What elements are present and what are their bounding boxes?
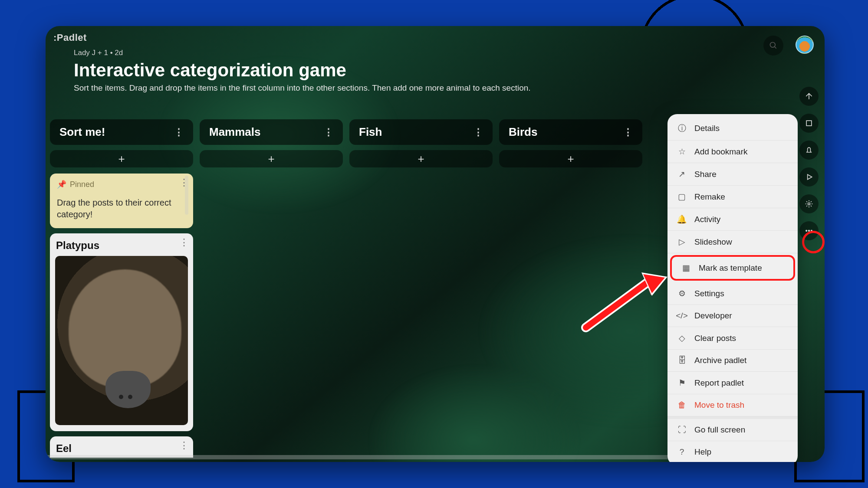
menu-label: Activity [694,215,720,224]
add-post-button[interactable]: + [50,150,193,167]
share-icon: ↗ [677,169,687,179]
more-icon [805,226,813,235]
column-header[interactable]: Fish ⋮ [349,119,493,145]
archive-icon: 🗄 [677,356,687,365]
padlet-app-window: :Padlet Lady J + 1 • 2d Interactive cate… [46,26,825,462]
star-icon: ☆ [677,147,687,157]
menu-label: Details [694,124,720,133]
bell-icon: 🔔 [677,214,687,224]
svg-point-0 [770,43,776,48]
page-title: Interactive categorization game [74,60,531,81]
column-mammals: Mammals ⋮ + [200,119,343,458]
menu-item-details[interactable]: ⓘ Details [667,117,798,141]
help-icon: ? [677,447,687,457]
menu-label: Add bookmark [694,147,748,157]
menu-item-bookmark[interactable]: ☆ Add bookmark [667,141,798,163]
gear-icon: ⚙ [677,288,687,298]
menu-label: Go full screen [694,425,745,435]
plus-icon: + [567,152,574,166]
menu-item-help[interactable]: ? Help [667,441,798,462]
column-title: Fish [359,125,382,139]
pinned-card[interactable]: ⋮ 📌 Pinned Drag the posts to their corre… [50,174,193,228]
rail-share-button[interactable] [799,87,819,106]
pinned-label: Pinned [70,180,94,189]
menu-label: Archive padlet [694,356,746,365]
column-scrollbar[interactable] [185,176,188,215]
menu-label: Mark as template [699,263,762,273]
menu-label: Report padlet [694,378,744,388]
svg-point-3 [808,203,810,205]
menu-label: Move to trash [694,400,744,410]
menu-label: Share [694,170,717,179]
card-title: Platypus [56,239,187,252]
info-icon: ⓘ [677,123,687,134]
avatar[interactable] [796,36,814,54]
eraser-icon: ◇ [677,333,687,343]
menu-item-archive[interactable]: 🗄 Archive padlet [667,350,798,372]
more-menu: ⓘ Details ☆ Add bookmark ↗ Share ▢ Remak… [667,114,798,462]
post-card-platypus[interactable]: ⋮ Platypus [50,233,193,431]
menu-item-report[interactable]: ⚑ Report padlet [667,372,798,394]
play-icon: ▷ [677,237,687,247]
rail-more-button[interactable] [799,221,819,240]
crop-icon: ▢ [677,192,687,202]
column-header[interactable]: Birds ⋮ [499,119,642,145]
add-post-button[interactable]: + [499,150,642,167]
column-title: Sort me! [59,125,105,139]
svg-line-1 [775,47,776,49]
gear-icon [805,200,813,208]
svg-point-4 [806,230,807,232]
search-button[interactable] [763,36,783,56]
menu-item-developer[interactable]: </> Developer [667,305,798,327]
menu-item-share[interactable]: ↗ Share [667,163,798,186]
pin-icon: 📌 [57,180,66,189]
padlet-logo[interactable]: :Padlet [53,32,87,43]
menu-item-fullscreen[interactable]: ⛶ Go full screen [667,416,798,441]
board-description: Sort the items. Drag and drop the items … [74,83,531,93]
rail-settings-button[interactable] [799,194,819,213]
flag-icon: ⚑ [677,378,687,388]
horizontal-scrollbar[interactable] [46,455,677,459]
plus-icon: + [268,152,274,166]
column-title: Mammals [209,125,261,139]
menu-item-slideshow[interactable]: ▷ Slideshow [667,231,798,253]
card-more-icon[interactable]: ⋮ [179,237,189,248]
menu-label: Clear posts [694,334,736,343]
post-card-eel[interactable]: ⋮ Eel [50,436,193,458]
template-icon: ▦ [681,263,691,273]
column-header[interactable]: Sort me! ⋮ [50,119,193,145]
board-meta: Lady J + 1 • 2d [74,49,531,57]
add-post-button[interactable]: + [349,150,493,167]
menu-item-activity[interactable]: 🔔 Activity [667,208,798,231]
card-title: Eel [56,442,187,455]
svg-point-5 [809,230,810,232]
rail-activity-button[interactable] [799,141,819,160]
plus-icon: + [418,152,424,166]
pinned-text: Drag the posts to their correct category… [57,197,186,220]
add-post-button[interactable]: + [200,150,343,167]
plus-icon: + [118,152,125,166]
board-header: Lady J + 1 • 2d Interactive categorizati… [74,49,531,93]
column-header[interactable]: Mammals ⋮ [200,119,343,145]
trash-icon: 🗑 [677,400,687,410]
bell-icon [805,146,813,154]
column-title: Birds [509,125,537,139]
card-more-icon[interactable]: ⋮ [179,440,189,451]
menu-item-clear-posts[interactable]: ◇ Clear posts [667,327,798,350]
code-icon: </> [677,311,687,321]
menu-item-remake[interactable]: ▢ Remake [667,186,798,208]
menu-item-move-to-trash[interactable]: 🗑 Move to trash [667,394,798,416]
column-sort-me: Sort me! ⋮ + ⋮ 📌 Pinned Drag the posts t… [50,119,193,458]
rail-remake-button[interactable] [799,114,819,133]
search-icon [769,41,778,50]
rail-slideshow-button[interactable] [799,167,819,187]
menu-label: Settings [694,289,724,298]
menu-label: Remake [694,192,725,202]
svg-point-6 [811,230,812,232]
crop-icon [805,119,813,128]
share-icon [805,92,813,101]
menu-item-settings[interactable]: ⚙ Settings [667,282,798,305]
action-rail [799,87,819,240]
menu-item-mark-as-template[interactable]: ▦ Mark as template [670,255,795,281]
menu-label: Developer [694,311,732,321]
